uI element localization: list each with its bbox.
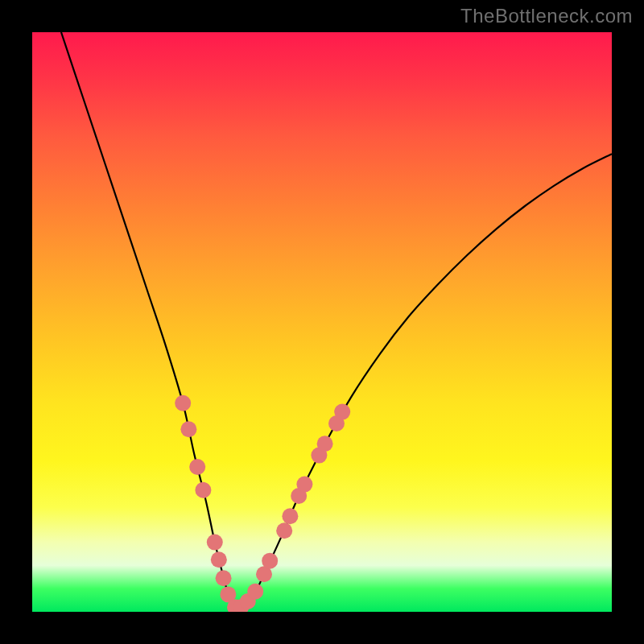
- curve-marker: [334, 404, 350, 420]
- curve-marker: [276, 522, 292, 539]
- curve-marker: [216, 570, 232, 586]
- curve-marker: [247, 584, 263, 600]
- curve-marker: [189, 459, 205, 475]
- chart-frame: TheBottleneck.com: [0, 0, 644, 644]
- curve-marker: [296, 477, 312, 493]
- bottleneck-curve: [61, 32, 612, 609]
- curve-marker: [282, 508, 298, 524]
- plot-area: [32, 32, 612, 612]
- curve-marker: [180, 421, 196, 437]
- watermark-text: TheBottleneck.com: [460, 5, 633, 27]
- curve-marker: [262, 553, 278, 569]
- curve-marker: [211, 551, 227, 568]
- curve-marker: [195, 482, 211, 498]
- curve-marker: [317, 436, 333, 452]
- curve-marker: [175, 395, 191, 411]
- plot-svg: [32, 32, 612, 612]
- curve-markers: [175, 395, 350, 612]
- curve-marker: [207, 535, 223, 551]
